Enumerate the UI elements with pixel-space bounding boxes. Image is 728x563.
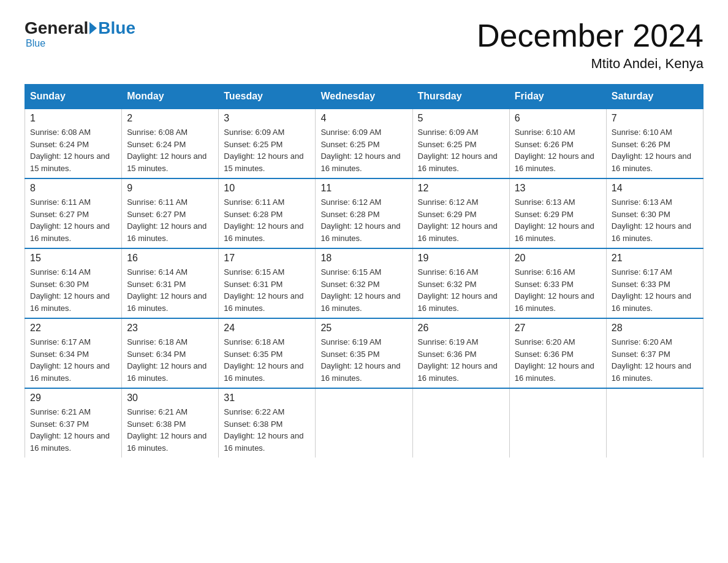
sunset-label: Sunset: 6:36 PM: [418, 350, 477, 359]
daylight-label: Daylight: 12 hours and 16 minutes.: [515, 291, 594, 313]
day-info: Sunrise: 6:13 AM Sunset: 6:29 PM Dayligh…: [515, 196, 601, 244]
day-info: Sunrise: 6:19 AM Sunset: 6:36 PM Dayligh…: [418, 336, 504, 384]
sunrise-label: Sunrise: 6:09 AM: [320, 128, 381, 137]
day-info: Sunrise: 6:11 AM Sunset: 6:28 PM Dayligh…: [224, 196, 310, 244]
sunrise-label: Sunrise: 6:14 AM: [30, 267, 91, 277]
day-number: 30: [127, 393, 213, 404]
sunset-label: Sunset: 6:33 PM: [515, 280, 574, 289]
day-info: Sunrise: 6:09 AM Sunset: 6:25 PM Dayligh…: [418, 126, 504, 174]
sunrise-label: Sunrise: 6:14 AM: [127, 267, 188, 277]
sunrise-label: Sunrise: 6:17 AM: [612, 267, 672, 277]
calendar-cell: 25 Sunrise: 6:19 AM Sunset: 6:35 PM Dayl…: [316, 318, 412, 388]
daylight-label: Daylight: 12 hours and 16 minutes.: [612, 221, 691, 243]
day-number: 7: [612, 113, 698, 124]
daylight-label: Daylight: 12 hours and 16 minutes.: [30, 221, 110, 243]
calendar-cell: 18 Sunrise: 6:15 AM Sunset: 6:32 PM Dayl…: [316, 248, 412, 318]
daylight-label: Daylight: 12 hours and 16 minutes.: [30, 291, 110, 313]
calendar-cell: 31 Sunrise: 6:22 AM Sunset: 6:38 PM Dayl…: [219, 388, 316, 458]
sunrise-label: Sunrise: 6:21 AM: [30, 407, 91, 416]
day-info: Sunrise: 6:14 AM Sunset: 6:30 PM Dayligh…: [30, 266, 116, 314]
sunrise-label: Sunrise: 6:20 AM: [515, 337, 575, 347]
day-info: Sunrise: 6:10 AM Sunset: 6:26 PM Dayligh…: [612, 126, 698, 174]
sunrise-label: Sunrise: 6:11 AM: [30, 197, 91, 207]
daylight-label: Daylight: 12 hours and 15 minutes.: [30, 151, 110, 173]
day-number: 12: [418, 183, 504, 194]
sunset-label: Sunset: 6:37 PM: [612, 350, 670, 359]
day-info: Sunrise: 6:20 AM Sunset: 6:37 PM Dayligh…: [612, 336, 698, 384]
day-info: Sunrise: 6:10 AM Sunset: 6:26 PM Dayligh…: [515, 126, 601, 174]
day-info: Sunrise: 6:16 AM Sunset: 6:32 PM Dayligh…: [418, 266, 504, 314]
day-info: Sunrise: 6:20 AM Sunset: 6:36 PM Dayligh…: [515, 336, 601, 384]
calendar-cell: [412, 388, 509, 458]
calendar-cell: 12 Sunrise: 6:12 AM Sunset: 6:29 PM Dayl…: [412, 178, 509, 248]
day-number: 24: [224, 323, 310, 334]
calendar-cell: 6 Sunrise: 6:10 AM Sunset: 6:26 PM Dayli…: [509, 109, 606, 178]
calendar-week-row: 1 Sunrise: 6:08 AM Sunset: 6:24 PM Dayli…: [25, 109, 703, 178]
daylight-label: Daylight: 12 hours and 16 minutes.: [612, 361, 691, 383]
sunset-label: Sunset: 6:32 PM: [418, 280, 477, 289]
day-number: 29: [30, 393, 116, 404]
day-number: 26: [418, 323, 504, 334]
day-number: 3: [224, 113, 310, 124]
day-info: Sunrise: 6:21 AM Sunset: 6:38 PM Dayligh…: [127, 406, 213, 454]
calendar-week-row: 8 Sunrise: 6:11 AM Sunset: 6:27 PM Dayli…: [25, 178, 703, 248]
day-number: 27: [515, 323, 601, 334]
daylight-label: Daylight: 12 hours and 16 minutes.: [127, 221, 207, 243]
day-number: 22: [30, 323, 116, 334]
sunset-label: Sunset: 6:25 PM: [320, 140, 379, 149]
sunset-label: Sunset: 6:25 PM: [418, 140, 477, 149]
calendar-cell: 9 Sunrise: 6:11 AM Sunset: 6:27 PM Dayli…: [122, 178, 219, 248]
day-number: 8: [30, 183, 116, 194]
day-info: Sunrise: 6:18 AM Sunset: 6:35 PM Dayligh…: [224, 336, 310, 384]
sunrise-label: Sunrise: 6:12 AM: [320, 197, 381, 207]
header-sunday: Sunday: [25, 85, 122, 109]
day-info: Sunrise: 6:09 AM Sunset: 6:25 PM Dayligh…: [224, 126, 310, 174]
day-info: Sunrise: 6:09 AM Sunset: 6:25 PM Dayligh…: [320, 126, 407, 174]
day-info: Sunrise: 6:16 AM Sunset: 6:33 PM Dayligh…: [515, 266, 601, 314]
day-info: Sunrise: 6:12 AM Sunset: 6:29 PM Dayligh…: [418, 196, 504, 244]
day-info: Sunrise: 6:15 AM Sunset: 6:32 PM Dayligh…: [320, 266, 407, 314]
daylight-label: Daylight: 12 hours and 16 minutes.: [418, 221, 498, 243]
calendar-cell: 26 Sunrise: 6:19 AM Sunset: 6:36 PM Dayl…: [412, 318, 509, 388]
day-number: 11: [320, 183, 407, 194]
calendar-cell: 20 Sunrise: 6:16 AM Sunset: 6:33 PM Dayl…: [509, 248, 606, 318]
sunset-label: Sunset: 6:27 PM: [127, 210, 186, 219]
sunset-label: Sunset: 6:27 PM: [30, 210, 89, 219]
calendar-cell: 3 Sunrise: 6:09 AM Sunset: 6:25 PM Dayli…: [219, 109, 316, 178]
logo-subtitle: Blue: [26, 38, 45, 49]
sunrise-label: Sunrise: 6:20 AM: [612, 337, 672, 347]
sunset-label: Sunset: 6:31 PM: [127, 280, 186, 289]
sunrise-label: Sunrise: 6:13 AM: [612, 197, 672, 207]
day-number: 18: [320, 253, 407, 264]
sunset-label: Sunset: 6:34 PM: [30, 350, 89, 359]
daylight-label: Daylight: 12 hours and 16 minutes.: [515, 361, 594, 383]
sunrise-label: Sunrise: 6:18 AM: [127, 337, 188, 347]
day-number: 21: [612, 253, 698, 264]
sunset-label: Sunset: 6:36 PM: [515, 350, 574, 359]
calendar-week-row: 15 Sunrise: 6:14 AM Sunset: 6:30 PM Dayl…: [25, 248, 703, 318]
sunset-label: Sunset: 6:28 PM: [224, 210, 282, 219]
calendar-cell: 15 Sunrise: 6:14 AM Sunset: 6:30 PM Dayl…: [25, 248, 122, 318]
location-title: Mtito Andei, Kenya: [477, 56, 703, 72]
calendar-week-row: 29 Sunrise: 6:21 AM Sunset: 6:37 PM Dayl…: [25, 388, 703, 458]
calendar-cell: 8 Sunrise: 6:11 AM Sunset: 6:27 PM Dayli…: [25, 178, 122, 248]
day-number: 19: [418, 253, 504, 264]
sunset-label: Sunset: 6:35 PM: [224, 350, 282, 359]
daylight-label: Daylight: 12 hours and 16 minutes.: [127, 361, 207, 383]
sunrise-label: Sunrise: 6:19 AM: [418, 337, 479, 347]
calendar-cell: [509, 388, 606, 458]
sunrise-label: Sunrise: 6:08 AM: [127, 128, 188, 137]
day-number: 5: [418, 113, 504, 124]
sunset-label: Sunset: 6:28 PM: [320, 210, 379, 219]
sunset-label: Sunset: 6:31 PM: [224, 280, 282, 289]
daylight-label: Daylight: 12 hours and 16 minutes.: [515, 221, 594, 243]
daylight-label: Daylight: 12 hours and 16 minutes.: [30, 431, 110, 453]
day-info: Sunrise: 6:17 AM Sunset: 6:34 PM Dayligh…: [30, 336, 116, 384]
daylight-label: Daylight: 12 hours and 16 minutes.: [127, 291, 207, 313]
sunset-label: Sunset: 6:37 PM: [30, 419, 89, 429]
daylight-label: Daylight: 12 hours and 16 minutes.: [320, 361, 400, 383]
day-number: 16: [127, 253, 213, 264]
daylight-label: Daylight: 12 hours and 16 minutes.: [30, 361, 110, 383]
sunset-label: Sunset: 6:32 PM: [320, 280, 379, 289]
daylight-label: Daylight: 12 hours and 15 minutes.: [127, 151, 207, 173]
